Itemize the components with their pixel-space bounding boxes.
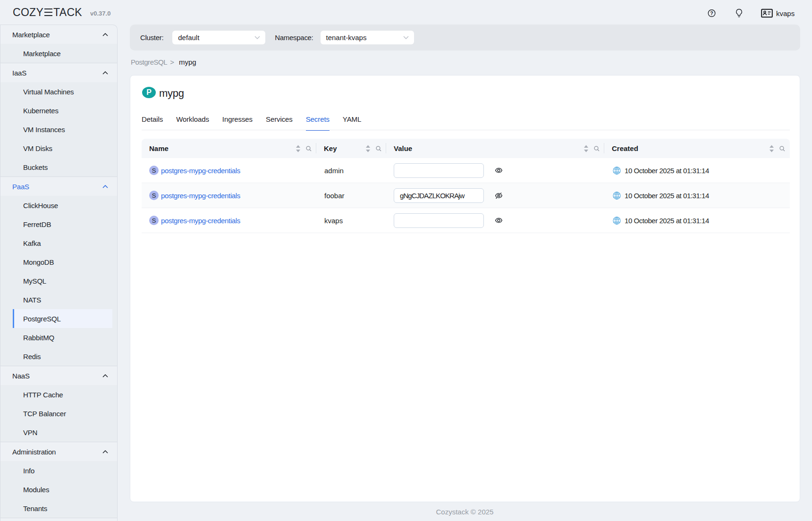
svg-text:?: ? [710, 10, 713, 16]
